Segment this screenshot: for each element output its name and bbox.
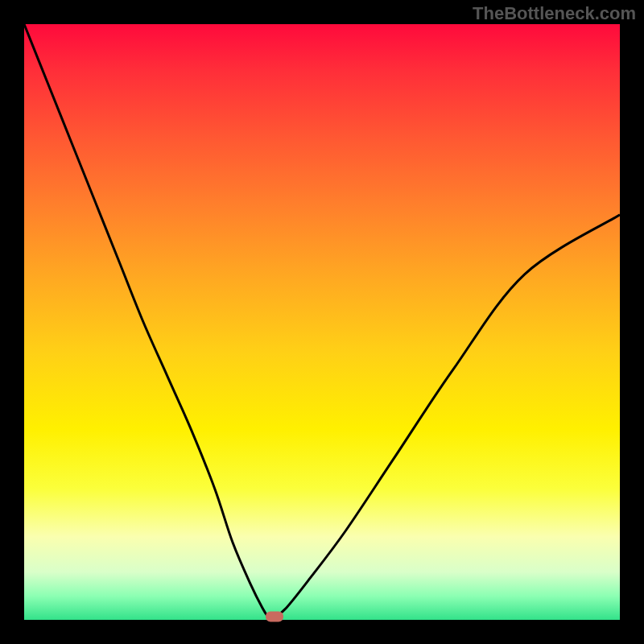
watermark-label: TheBottleneck.com <box>473 3 636 24</box>
plot-area <box>24 24 620 620</box>
curve-svg <box>24 24 620 620</box>
minimum-marker <box>266 612 283 622</box>
bottleneck-curve-path <box>24 24 620 618</box>
chart-container: TheBottleneck.com <box>0 0 644 644</box>
